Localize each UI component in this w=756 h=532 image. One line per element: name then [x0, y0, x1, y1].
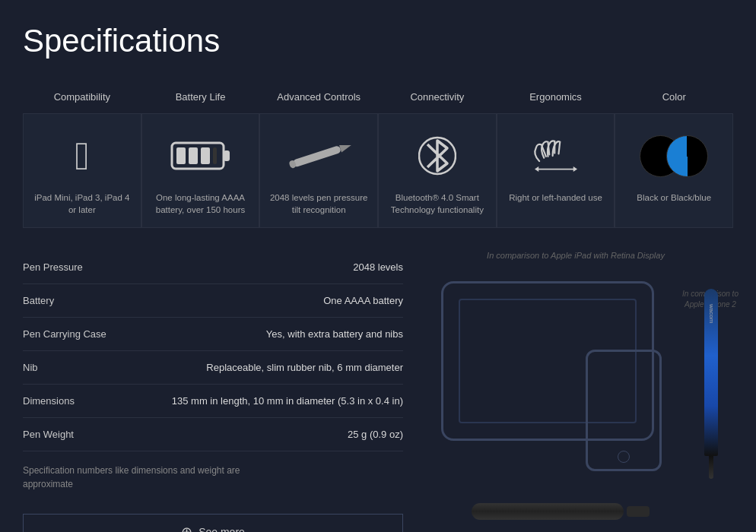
spec-row-carrying-case: Pen Carrying Case Yes, with extra batter… [23, 318, 403, 351]
spec-row-battery: Battery One AAAA battery [23, 284, 403, 318]
card-compatibility[interactable]:  iPad Mini, iPad 3, iPad 4 or later [23, 113, 141, 228]
cards-row:  iPad Mini, iPad 3, iPad 4 or later One… [23, 113, 733, 228]
spec-label-3: Nib [23, 362, 160, 373]
card-icon-area:  [31, 129, 133, 182]
card-connectivity[interactable]: Bluetooth® 4.0 Smart Technology function… [378, 113, 497, 228]
devices-container: wacom [434, 274, 733, 532]
spec-label-5: Pen Weight [23, 429, 160, 440]
see-more-label: See more [199, 526, 245, 532]
connector-plug [627, 506, 650, 517]
card-color[interactable]: Black or Black/blue [615, 113, 733, 228]
spec-note: Specification numbers like dimensions an… [23, 451, 281, 506]
card-desc-battery: One long-lasting AAAA battery, over 150 … [150, 192, 252, 216]
spec-label-0: Pen Pressure [23, 261, 160, 273]
card-ergonomics-icon-area [505, 129, 607, 182]
page-title: Specifications [23, 23, 733, 59]
battery-icon [170, 137, 231, 175]
tab-compatibility[interactable]: Compatibility [23, 82, 141, 113]
bluetooth-icon [418, 133, 456, 179]
pen-body: wacom [704, 289, 718, 456]
pen-brand: wacom [708, 304, 715, 323]
ergonomics-icon [529, 135, 583, 177]
spec-value-1: One AAAA battery [160, 295, 403, 306]
card-advanced[interactable]: 2048 levels pen pressure tilt recognitio… [259, 113, 378, 228]
svg-rect-2 [176, 147, 186, 164]
pen-stylus: wacom [704, 289, 718, 479]
connector-area [472, 503, 650, 520]
spec-value-3: Replaceable, slim rubber nib, 6 mm diame… [160, 362, 403, 373]
tab-connectivity[interactable]: Connectivity [378, 82, 497, 113]
color-blue-circle [666, 135, 708, 177]
spec-label-4: Dimensions [23, 395, 160, 407]
card-desc-compatibility: iPad Mini, iPad 3, iPad 4 or later [31, 192, 133, 216]
connector-body [472, 503, 624, 520]
see-more-icon: ⊕ [181, 524, 192, 532]
svg-marker-7 [339, 141, 352, 152]
card-ergonomics[interactable]: Right or left-handed use [497, 113, 615, 228]
svg-rect-1 [224, 150, 230, 161]
tabs-row: Compatibility Battery Life Advanced Cont… [23, 82, 733, 113]
spec-row-nib: Nib Replaceable, slim rubber nib, 6 mm d… [23, 351, 403, 385]
page-wrapper: Specifications Compatibility Battery Lif… [0, 0, 756, 532]
card-connectivity-icon-area [386, 129, 488, 182]
card-battery[interactable]: One long-lasting AAAA battery, over 150 … [141, 113, 260, 228]
svg-rect-6 [292, 145, 341, 168]
spec-value-0: 2048 levels [160, 261, 403, 273]
phone-outline [586, 350, 662, 471]
specs-table: Pen Pressure 2048 levels Battery One AAA… [23, 251, 403, 532]
device-image-area: In comparison to Apple iPad with Retina … [418, 251, 733, 532]
comparison-note: In comparison to Apple iPad with Retina … [487, 251, 665, 260]
card-desc-advanced: 2048 levels pen pressure tilt recognitio… [268, 192, 370, 216]
see-more-button[interactable]: ⊕ See more [23, 514, 403, 532]
spec-label-2: Pen Carrying Case [23, 328, 160, 340]
apple-icon:  [75, 133, 89, 179]
svg-rect-5 [213, 147, 217, 164]
svg-marker-12 [573, 166, 577, 172]
svg-rect-4 [201, 147, 210, 164]
card-color-icon-area [623, 129, 725, 182]
card-battery-icon-area [150, 129, 252, 182]
spec-label-1: Battery [23, 295, 160, 306]
tab-color[interactable]: Color [615, 82, 733, 113]
spec-value-5: 25 g (0.9 oz) [160, 429, 403, 440]
pen-tip [709, 456, 713, 479]
spec-row-weight: Pen Weight 25 g (0.9 oz) [23, 418, 403, 451]
spec-row-pen-pressure: Pen Pressure 2048 levels [23, 251, 403, 284]
tab-advanced[interactable]: Advanced Controls [259, 82, 378, 113]
tab-battery[interactable]: Battery Life [141, 82, 260, 113]
card-desc-connectivity: Bluetooth® 4.0 Smart Technology function… [386, 192, 488, 216]
card-desc-ergonomics: Right or left-handed use [505, 192, 607, 204]
spec-value-2: Yes, with extra battery and nibs [160, 328, 403, 340]
phone-home-button [618, 451, 630, 463]
color-circles [640, 135, 708, 177]
specs-area: Pen Pressure 2048 levels Battery One AAA… [23, 251, 733, 532]
pen-advanced-icon [284, 137, 353, 175]
card-desc-color: Black or Black/blue [623, 192, 725, 204]
spec-value-4: 135 mm in length, 10 mm in diameter (5.3… [160, 395, 403, 407]
svg-rect-3 [189, 147, 198, 164]
spec-row-dimensions: Dimensions 135 mm in length, 10 mm in di… [23, 385, 403, 418]
card-advanced-icon-area [268, 129, 370, 182]
svg-marker-11 [535, 166, 538, 172]
tab-ergonomics[interactable]: Ergonomics [497, 82, 615, 113]
